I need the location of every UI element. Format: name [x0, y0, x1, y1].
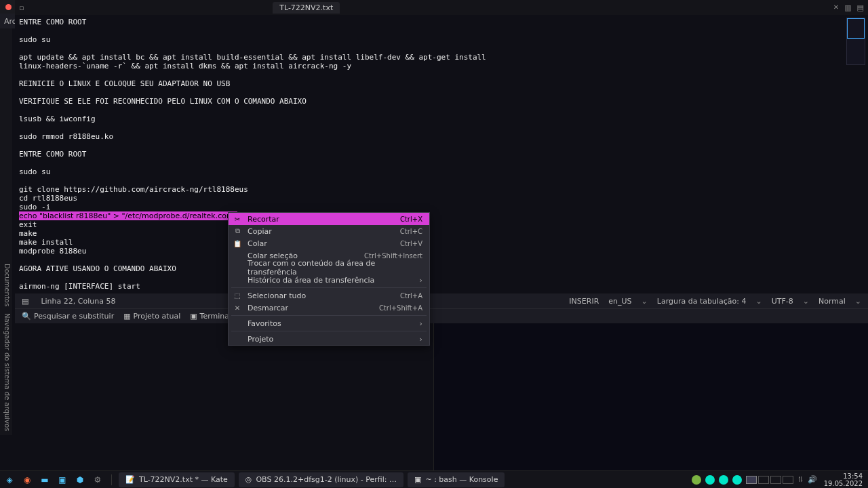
- tb-code-icon[interactable]: ⬢: [73, 473, 87, 487]
- cm-trocar-com-o-conte-do-da-rea-de-transfer-ncia[interactable]: Trocar com o conteúdo da área de transfe…: [229, 262, 429, 274]
- cm-copiar[interactable]: ⧉CopiarCtrl+C: [229, 225, 429, 237]
- status-encoding[interactable]: UTF-8: [772, 297, 793, 306]
- split2-icon[interactable]: ▤: [857, 3, 864, 12]
- tray-vol-icon[interactable]: 🔊: [808, 475, 817, 484]
- status-lang[interactable]: en_US: [608, 297, 631, 306]
- new-doc-icon[interactable]: ▫: [19, 3, 24, 12]
- konsole-icon: ▣: [414, 475, 421, 484]
- cm-hist-rico-da-rea-de-transfer-ncia[interactable]: Histórico da área de transferência›: [229, 274, 429, 286]
- close-icon[interactable]: [5, 4, 12, 10]
- status-circle-4[interactable]: [732, 475, 742, 485]
- project-icon: ▦: [123, 312, 130, 321]
- taskbar-app-obs[interactable]: ◎OBS 26.1.2+dfsg1-2 (linux) - Perfil: …: [239, 472, 403, 487]
- status-circle-1[interactable]: [692, 475, 701, 485]
- tab-active[interactable]: TL-722NV2.txt: [273, 2, 340, 14]
- dropdown-icon[interactable]: ⌄: [855, 297, 861, 306]
- status-circle-2[interactable]: [705, 475, 715, 485]
- start-menu-icon[interactable]: ◈: [3, 473, 16, 487]
- kate-statusbar: ▤ Linha 22, Coluna 58 INSERIR en_US ⌄ La…: [15, 293, 868, 308]
- tb-files-icon[interactable]: ▬: [38, 473, 52, 487]
- taskbar-app-konsole[interactable]: ▣~ : bash — Konsole: [408, 472, 505, 487]
- split-icon[interactable]: ▥: [844, 3, 851, 12]
- taskbar-clock[interactable]: 13:54 19.05.2022: [821, 472, 865, 487]
- dropdown-icon[interactable]: ⌄: [755, 297, 762, 306]
- status-insert-mode[interactable]: INSERIR: [569, 297, 599, 306]
- tab-close-icon[interactable]: ✕: [833, 3, 839, 12]
- context-menu[interactable]: ✂RecortarCtrl+X⧉CopiarCtrl+C📋ColarCtrl+V…: [228, 212, 430, 346]
- tool-project[interactable]: ▦Projeto atual: [123, 312, 180, 321]
- tb-terminal-icon[interactable]: ▣: [56, 473, 69, 487]
- kate-left-sidebar[interactable]: Documentos Navegador do sistema de arqui…: [0, 28, 12, 435]
- dropdown-icon[interactable]: ⌄: [803, 297, 809, 306]
- cm-selecionar-tudo[interactable]: ⬚Selecionar tudoCtrl+A: [229, 289, 429, 302]
- status-tabwidth[interactable]: Largura da tabulação: 4: [657, 297, 747, 306]
- cm-recortar[interactable]: ✂RecortarCtrl+X: [229, 213, 429, 225]
- tool-terminal[interactable]: ▣Terminal: [190, 312, 231, 321]
- kate-icon: 📝: [125, 475, 135, 484]
- status-showline-icon[interactable]: ▤: [22, 297, 28, 306]
- editor-area[interactable]: ENTRE COMO ROOT sudo su apt update && ap…: [15, 15, 868, 293]
- tb-settings-icon[interactable]: ⚙: [91, 473, 104, 487]
- workspace-indicator[interactable]: [746, 476, 793, 484]
- obs-icon: ◎: [245, 475, 252, 484]
- tool-search[interactable]: 🔍Pesquisar e substituir: [22, 312, 114, 321]
- tab-label: TL-722NV2.txt: [279, 3, 333, 12]
- sidebar-fs-browser[interactable]: Navegador do sistema de arquivos: [1, 313, 11, 431]
- search-icon: 🔍: [22, 312, 31, 321]
- dropdown-icon[interactable]: ⌄: [642, 297, 648, 306]
- status-position: Linha 22, Coluna 58: [41, 297, 115, 306]
- status-circle-3[interactable]: [719, 475, 728, 485]
- tray-net-icon[interactable]: ⥮: [797, 475, 804, 484]
- status-mode-normal[interactable]: Normal: [818, 297, 846, 306]
- terminal-icon: ▣: [190, 312, 197, 321]
- cm-favoritos[interactable]: Favoritos›: [229, 317, 429, 329]
- cm-desmarcar[interactable]: ✕DesmarcarCtrl+Shift+A: [229, 302, 429, 314]
- kate-tabbar: ▫ TL-722NV2.txt ✕ ▥ ▤: [15, 0, 868, 15]
- tb-firefox-icon[interactable]: ◉: [20, 473, 34, 487]
- minimap[interactable]: [846, 18, 865, 65]
- taskbar-app-kate[interactable]: 📝TL-722NV2.txt * — Kate: [119, 472, 235, 487]
- sidebar-documentos[interactable]: Documentos: [1, 264, 11, 306]
- taskbar: ◈ ◉ ▬ ▣ ⬢ ⚙ 📝TL-722NV2.txt * — Kate ◎OBS…: [0, 470, 868, 488]
- cm-colar[interactable]: 📋ColarCtrl+V: [229, 237, 429, 249]
- kate-bottom-tools: 🔍Pesquisar e substituir ▦Projeto atual ▣…: [15, 308, 868, 323]
- cm-projeto[interactable]: Projeto›: [229, 333, 429, 345]
